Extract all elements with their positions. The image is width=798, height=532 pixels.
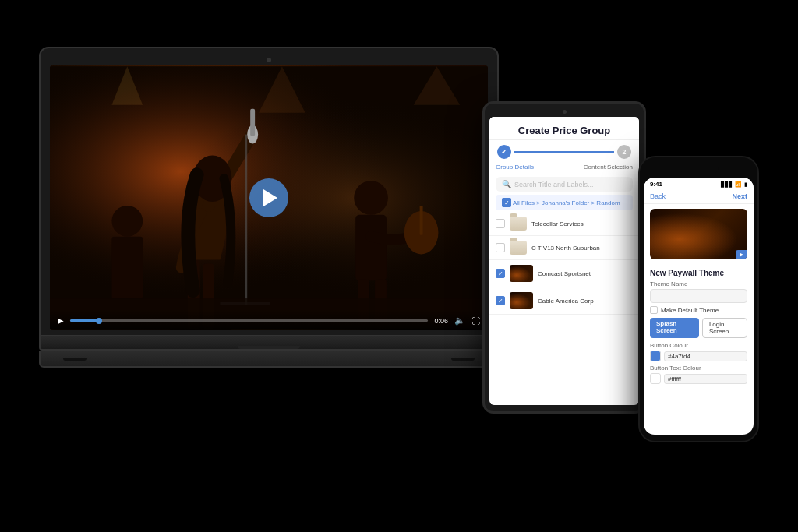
svg-point-9	[111, 206, 143, 237]
breadcrumb-check-icon: ✓	[504, 199, 510, 206]
folder-icon-2	[510, 241, 527, 255]
laptop-foot-right	[451, 358, 475, 361]
step-connector	[514, 151, 614, 153]
phone-back-button[interactable]: Back	[650, 192, 666, 200]
phone-status-bar: 9:41 ▊▊▊ 📶 ▮	[644, 178, 754, 189]
step-2-circle[interactable]: 2	[617, 145, 631, 159]
file-thumbnail-4	[510, 292, 533, 309]
file-checkbox-2[interactable]	[496, 243, 505, 252]
button-colour-row: #4a7fd4	[650, 351, 747, 361]
phone-notch	[680, 165, 719, 174]
laptop-bezel: ▶ 0:06 🔈 ⛶	[39, 47, 499, 336]
step-labels: Group Details Content Selection	[489, 164, 639, 174]
phone-color-section: Button Colour #4a7fd4 Button Text Colour…	[644, 342, 754, 384]
file-name-2: C T V13 North Suburban	[531, 245, 633, 252]
file-item-3[interactable]: Comcast Sportsnet	[489, 260, 639, 287]
file-thumbnail-inner-3	[510, 265, 533, 282]
default-theme-label: Make Default Theme	[661, 307, 719, 314]
laptop-screen: ▶ 0:06 🔈 ⛶	[50, 65, 488, 330]
button-text-colour-row: #ffffff	[650, 373, 747, 384]
file-name-1: Telecellar Services	[531, 220, 633, 227]
phone-time: 9:41	[650, 181, 662, 188]
progress-indicator	[96, 318, 102, 324]
step-1-icon: ✓	[501, 148, 507, 156]
button-colour-label: Button Colour	[650, 342, 747, 349]
step-2-label: Content Selection	[584, 164, 633, 171]
button-text-colour-label: Button Text Colour	[650, 365, 747, 372]
file-thumbnail-3	[510, 265, 533, 282]
main-scene: ▶ 0:06 🔈 ⛶	[0, 0, 798, 532]
button-colour-value[interactable]: #4a7fd4	[664, 351, 747, 361]
button-text-colour-value[interactable]: #ffffff	[664, 374, 747, 384]
laptop-base	[39, 336, 499, 351]
step-1-circle[interactable]: ✓	[497, 145, 511, 159]
folder-icon-1	[510, 217, 527, 231]
signal-icon: ▊▊▊	[721, 181, 733, 188]
tablet-search-bar[interactable]: 🔍 Search Title and Labels...	[496, 177, 633, 192]
theme-name-label: Theme Name	[650, 280, 747, 287]
tablet-screen: Create Price Group ✓ 2 Group Details Con…	[489, 117, 639, 405]
file-thumbnail-inner-4	[510, 292, 533, 309]
button-text-colour-swatch[interactable]	[650, 373, 661, 384]
laptop-foot-left	[63, 358, 87, 361]
svg-rect-8	[250, 109, 255, 136]
fullscreen-icon[interactable]: ⛶	[471, 316, 480, 326]
tablet-title: Create Price Group	[497, 125, 631, 136]
theme-name-input[interactable]	[650, 289, 747, 303]
button-colour-swatch[interactable]	[650, 351, 661, 361]
volume-icon[interactable]: 🔈	[454, 315, 465, 326]
screen-type-buttons: Splash Screen Login Screen	[650, 318, 747, 338]
progress-fill	[70, 319, 99, 322]
video-controls: ▶ 0:06 🔈 ⛶	[50, 309, 488, 330]
progress-bar[interactable]	[70, 319, 428, 322]
phone-video-play-overlay: ▶	[736, 250, 747, 259]
step-1-label: Group Details	[496, 164, 534, 171]
svg-rect-17	[245, 135, 247, 305]
file-item-4[interactable]: Cable America Corp	[489, 287, 639, 315]
tablet-camera	[563, 110, 567, 114]
file-checkbox-4[interactable]	[496, 296, 505, 305]
file-checkbox-1[interactable]	[496, 219, 505, 228]
search-placeholder: Search Title and Labels...	[514, 181, 594, 188]
phone-video-thumbnail[interactable]: ▶	[650, 209, 747, 259]
file-checkbox-3[interactable]	[496, 269, 505, 278]
svg-point-11	[354, 181, 388, 215]
file-name-3: Comcast Sportsnet	[538, 270, 633, 277]
phone-header: Back Next	[644, 189, 754, 204]
default-theme-checkbox[interactable]	[650, 306, 658, 314]
stepper: ✓ 2	[489, 140, 639, 164]
search-icon: 🔍	[502, 180, 511, 188]
phone-device: 9:41 ▊▊▊ 📶 ▮ Back Next ▶ New Paywall The…	[638, 156, 759, 442]
laptop-camera	[267, 58, 271, 62]
play-pause-button[interactable]: ▶	[58, 316, 64, 325]
tablet-header: Create Price Group	[489, 117, 639, 140]
svg-rect-10	[111, 237, 143, 298]
laptop-feet	[63, 358, 474, 361]
phone-section-title: New Paywall Theme	[650, 269, 747, 277]
splash-screen-button[interactable]: Splash Screen	[650, 318, 699, 338]
file-name-4: Cable America Corp	[538, 298, 633, 305]
phone-status-icons: ▊▊▊ 📶 ▮	[721, 181, 747, 188]
battery-icon: ▮	[744, 181, 747, 188]
svg-rect-14	[420, 206, 423, 235]
breadcrumb-text: All Files > Johanna's Folder > Random	[513, 199, 620, 206]
play-icon	[263, 189, 277, 206]
laptop-device: ▶ 0:06 🔈 ⛶	[39, 47, 499, 368]
tablet-device: Create Price Group ✓ 2 Group Details Con…	[482, 101, 646, 414]
play-button[interactable]	[249, 178, 288, 217]
wifi-icon: 📶	[735, 181, 742, 188]
laptop-hinge	[238, 346, 300, 349]
tablet-breadcrumb[interactable]: ✓ All Files > Johanna's Folder > Random	[496, 195, 633, 210]
laptop-bottom	[39, 351, 499, 368]
breadcrumb-checkbox[interactable]: ✓	[502, 198, 511, 207]
svg-rect-12	[355, 215, 387, 280]
file-item-2[interactable]: C T V13 North Suburban	[489, 236, 639, 260]
step-2-number: 2	[622, 148, 626, 156]
default-theme-row[interactable]: Make Default Theme	[650, 306, 747, 314]
phone-screen: 9:41 ▊▊▊ 📶 ▮ Back Next ▶ New Paywall The…	[644, 178, 754, 435]
login-screen-button[interactable]: Login Screen	[702, 318, 747, 338]
file-item-1[interactable]: Telecellar Services	[489, 212, 639, 236]
phone-next-button[interactable]: Next	[732, 192, 747, 200]
time-display: 0:06	[434, 317, 448, 325]
phone-paywall-section: New Paywall Theme Theme Name Make Defaul…	[644, 264, 754, 338]
